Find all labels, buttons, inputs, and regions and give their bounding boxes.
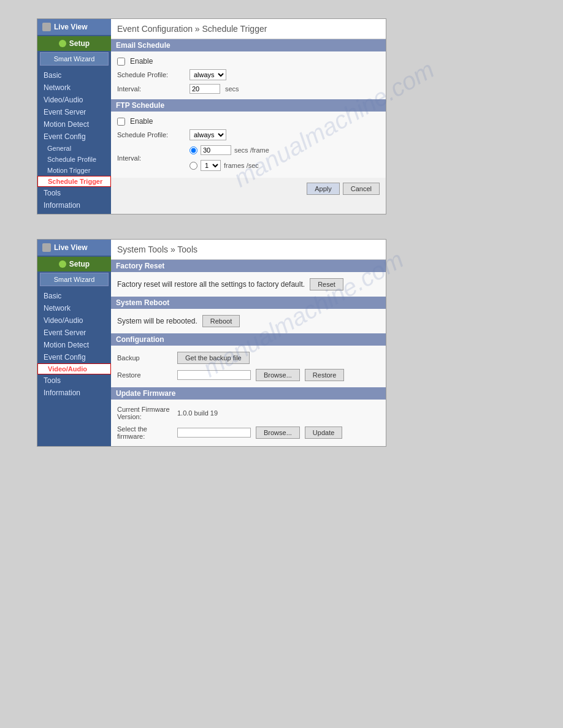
ftp-radio-frames[interactable] — [190, 162, 197, 170]
sidebar-item-motion-detect-2[interactable]: Motion Detect — [37, 339, 111, 351]
system-reboot-description: System will be rebooted. — [117, 317, 197, 325]
restore-label: Restore — [117, 371, 172, 379]
setup-button[interactable]: Setup — [37, 36, 111, 51]
apply-button[interactable]: Apply — [307, 183, 340, 195]
system-reboot-row: System will be rebooted. Reboot — [117, 313, 380, 330]
email-schedule-header: Email Schedule — [111, 39, 386, 51]
firmware-path-input[interactable] — [177, 428, 251, 438]
sidebar-item-video-audio-sub[interactable]: Video/Audio — [37, 363, 111, 374]
ftp-schedule-header: FTP Schedule — [111, 99, 386, 112]
ftp-frames-select[interactable]: 1 2 4 — [201, 160, 221, 171]
configuration-body: Backup Get the backup file Restore Brows… — [111, 346, 386, 387]
ftp-radio-secs[interactable] — [190, 146, 197, 154]
factory-reset-body: Factory reset will restore all the setti… — [111, 272, 386, 297]
factory-reset-description: Factory reset will restore all the setti… — [117, 280, 305, 289]
ftp-frames-unit: frames /sec — [224, 162, 259, 169]
sidebar-item-motion-trigger[interactable]: Motion Trigger — [37, 165, 111, 176]
sidebar-item-tools-2[interactable]: Tools — [37, 374, 111, 387]
sidebar-item-tools[interactable]: Tools — [37, 187, 111, 199]
update-button[interactable]: Update — [305, 427, 342, 439]
update-firmware-header: Update Firmware — [111, 387, 386, 400]
ftp-schedule-body: Enable Schedule Profile: always Interval… — [111, 112, 386, 178]
email-interval-unit: secs — [225, 85, 239, 93]
email-schedule-profile-row: Schedule Profile: always — [117, 67, 380, 82]
ftp-schedule-profile-row: Schedule Profile: always — [117, 127, 380, 142]
live-view-icon — [42, 23, 51, 31]
sidebar-item-general[interactable]: General — [37, 143, 111, 154]
sidebar-1: Live View Setup Smart Wizard Basic Netwo… — [37, 19, 111, 214]
sidebar-item-video-audio-2[interactable]: Video/Audio — [37, 314, 111, 327]
sidebar-item-information[interactable]: Information — [37, 199, 111, 211]
configuration-header: Configuration — [111, 333, 386, 346]
smart-wizard-label-2: Smart Wizard — [54, 276, 95, 283]
setup-button-2[interactable]: Setup — [37, 257, 111, 271]
smart-wizard-button[interactable]: Smart Wizard — [40, 52, 109, 66]
reset-button[interactable]: Reset — [310, 278, 343, 290]
email-enable-label: Enable — [130, 57, 153, 66]
sidebar-item-motion-detect[interactable]: Motion Detect — [37, 118, 111, 131]
factory-reset-row: Factory reset will restore all the setti… — [117, 276, 380, 293]
setup-label: Setup — [69, 39, 90, 48]
firmware-version-label: Current Firmware Version: — [117, 406, 172, 420]
sidebar-item-network-2[interactable]: Network — [37, 302, 111, 314]
sidebar-item-schedule-profile[interactable]: Schedule Profile — [37, 154, 111, 165]
email-enable-checkbox[interactable] — [117, 58, 125, 66]
get-backup-button[interactable]: Get the backup file — [177, 352, 250, 364]
system-reboot-body: System will be rebooted. Reboot — [111, 309, 386, 333]
main-content-1: Event Configuration » Schedule Trigger E… — [111, 19, 386, 214]
live-view-label-2: Live View — [54, 243, 87, 252]
cancel-button[interactable]: Cancel — [343, 183, 380, 195]
reboot-button[interactable]: Reboot — [202, 315, 240, 327]
live-view-label: Live View — [54, 23, 87, 31]
restore-button[interactable]: Restore — [305, 369, 345, 381]
email-schedule-profile-select[interactable]: always — [190, 69, 226, 80]
setup-label-2: Setup — [69, 260, 90, 268]
ftp-enable-label: Enable — [130, 117, 153, 126]
panel-tools: Live View Setup Smart Wizard Basic Netwo… — [37, 239, 386, 447]
sidebar-item-event-config-2[interactable]: Event Config — [37, 351, 111, 363]
live-view-button[interactable]: Live View — [37, 19, 111, 35]
select-firmware-row: Select the firmware: Browse... Update — [117, 423, 380, 442]
button-bar-1: Apply Cancel — [111, 178, 386, 200]
sidebar-item-event-server[interactable]: Event Server — [37, 106, 111, 118]
factory-reset-header: Factory Reset — [111, 260, 386, 272]
sidebar-item-event-config[interactable]: Event Config — [37, 131, 111, 143]
sidebar-item-network[interactable]: Network — [37, 82, 111, 94]
firmware-browse-button[interactable]: Browse... — [256, 427, 300, 439]
email-interval-row: Interval: secs — [117, 82, 380, 96]
system-reboot-header: System Reboot — [111, 297, 386, 309]
ftp-schedule-profile-label: Schedule Profile: — [117, 131, 185, 138]
backup-row: Backup Get the backup file — [117, 349, 380, 366]
select-firmware-label: Select the firmware: — [117, 425, 172, 440]
sidebar-item-information-2[interactable]: Information — [37, 387, 111, 399]
ftp-enable-checkbox[interactable] — [117, 118, 125, 126]
page-title-1: Event Configuration » Schedule Trigger — [111, 19, 386, 39]
email-enable-row: Enable — [117, 55, 380, 67]
sidebar-item-schedule-trigger[interactable]: Schedule Trigger — [37, 176, 111, 187]
email-schedule-profile-label: Schedule Profile: — [117, 71, 185, 78]
ftp-secs-input[interactable] — [201, 145, 231, 155]
smart-wizard-button-2[interactable]: Smart Wizard — [40, 273, 109, 286]
update-firmware-body: Current Firmware Version: 1.0.0 build 19… — [111, 400, 386, 446]
sidebar-item-basic-2[interactable]: Basic — [37, 290, 111, 302]
sidebar-item-basic[interactable]: Basic — [37, 69, 111, 82]
restore-path-input[interactable] — [177, 370, 251, 380]
setup-icon-2 — [59, 260, 66, 268]
ftp-interval-row: Interval: secs /frame 1 — [117, 142, 380, 174]
restore-row: Restore Browse... Restore — [117, 366, 380, 384]
sidebar-item-event-server-2[interactable]: Event Server — [37, 327, 111, 339]
live-view-button-2[interactable]: Live View — [37, 240, 111, 256]
setup-icon — [59, 40, 66, 47]
live-view-icon-2 — [42, 243, 51, 252]
ftp-secs-unit: secs /frame — [234, 146, 269, 154]
main-content-2: System Tools » Tools Factory Reset Facto… — [111, 240, 386, 446]
restore-browse-button[interactable]: Browse... — [256, 369, 300, 381]
firmware-version-value: 1.0.0 build 19 — [177, 409, 218, 417]
panel-schedule-trigger: Live View Setup Smart Wizard Basic Netwo… — [37, 18, 386, 214]
ftp-schedule-profile-select[interactable]: always — [190, 129, 226, 140]
ftp-enable-row: Enable — [117, 115, 380, 127]
ftp-radio-row-1: secs /frame — [190, 144, 269, 156]
ftp-interval-label: Interval: — [117, 154, 185, 162]
email-interval-input[interactable] — [190, 84, 220, 94]
sidebar-item-video-audio[interactable]: Video/Audio — [37, 94, 111, 106]
